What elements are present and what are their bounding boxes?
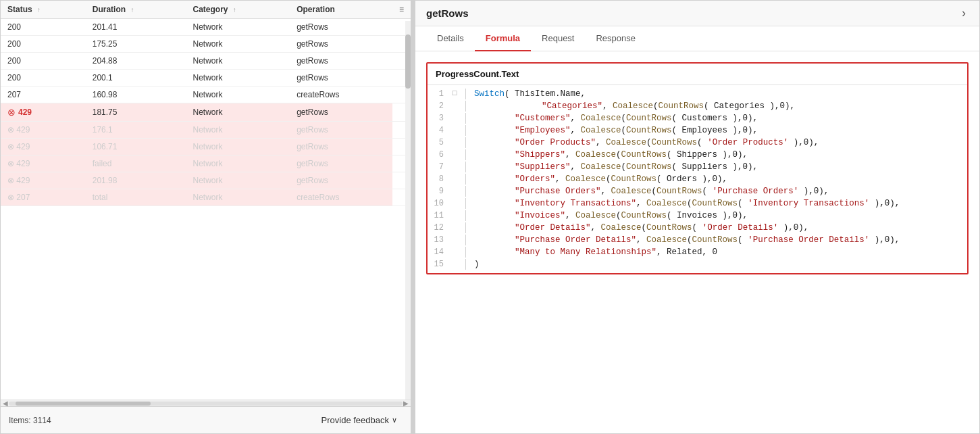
left-panel: Status ↑ Duration ↑ Category ↑ Operati [1,1,411,433]
table-row[interactable]: ⊗ 429 106.71 Network getRows [1,139,411,155]
code-line-8: 8 "Orders", Coalesce(CountRows( Orders )… [428,173,967,185]
code-line-12: 12 "Order Details", Coalesce(CountRows( … [428,222,967,234]
code-line-10: 10 "Inventory Transactions", Coalesce(Co… [428,197,967,210]
cell-duration: 204.88 [86,53,186,70]
table-row[interactable]: 207 160.98 Network createRows [1,87,411,103]
error-icon: ⊗ [7,107,16,118]
bottom-bar: Items: 3114 Provide feedback ∨ [1,406,411,433]
code-line-7: 7 "Suppliers", Coalesce(CountRows( Suppl… [428,161,967,173]
right-panel-title: getRows [426,7,469,19]
tab-request[interactable]: Request [531,26,585,51]
formula-box: ProgressCount.Text 1 □ Switch( ThisItem.… [426,62,969,274]
cell-status: 207 [1,87,86,103]
col-category[interactable]: Category ↑ [186,1,290,19]
code-line-4: 4 "Employees", Coalesce(CountRows( Emplo… [428,124,967,137]
code-line-14: 14 "Many to Many Relationships", Related… [428,246,967,258]
sort-icon-status: ↑ [37,6,41,14]
tabs-bar: Details Formula Request Response [415,26,979,51]
table-row[interactable]: 200 200.1 Network getRows [1,70,411,87]
cell-duration: 106.71 [86,139,186,155]
tab-formula[interactable]: Formula [475,26,531,51]
cell-status: 200 [1,19,86,36]
code-line-3: 3 "Customers", Coalesce(CountRows( Custo… [428,112,967,124]
code-line-9: 9 "Purchase Orders", Coalesce(CountRows(… [428,185,967,197]
cell-operation: getRows [290,172,392,189]
code-line-15: 15 ) [428,258,967,270]
cell-category: Network [186,87,290,103]
table-container: Status ↑ Duration ↑ Category ↑ Operati [1,1,411,400]
formula-container: ProgressCount.Text 1 □ Switch( ThisItem.… [415,51,979,433]
cell-duration: 201.98 [86,172,186,189]
tab-details[interactable]: Details [426,26,475,51]
vertical-scrollbar[interactable] [405,21,411,400]
cell-status: 200 [1,53,86,70]
cell-operation: getRows [290,36,392,53]
cell-duration: 176.1 [86,122,186,139]
cell-duration: 160.98 [86,87,186,103]
cell-category: Network [186,19,290,36]
tab-response[interactable]: Response [585,26,646,51]
cell-status: 200 [1,70,86,87]
col-status[interactable]: Status ↑ [1,1,86,19]
cell-operation: getRows [290,70,392,87]
data-table: Status ↑ Duration ↑ Category ↑ Operati [1,1,411,206]
cell-status: ⊗ 429 [1,172,86,189]
cell-duration: failed [86,155,186,172]
cell-operation: getRows [290,19,392,36]
cell-duration: 201.41 [86,19,186,36]
cell-operation: getRows [290,122,392,139]
code-line-1: 1 □ Switch( ThisItem.Name, [428,88,967,100]
cell-duration: 200.1 [86,70,186,87]
collapse-icon-1[interactable]: □ [449,89,460,97]
table-row[interactable]: 200 204.88 Network getRows [1,53,411,70]
table-header-row: Status ↑ Duration ↑ Category ↑ Operati [1,1,411,19]
cell-status: ⊗ 207 [1,189,86,206]
table-row[interactable]: ⊗ 429 failed Network getRows [1,155,411,172]
col-duration[interactable]: Duration ↑ [86,1,186,19]
cell-operation: getRows [290,139,392,155]
collapse-button[interactable]: › [959,6,969,20]
feedback-button[interactable]: Provide feedback ∨ [316,412,403,428]
col-operation[interactable]: Operation [290,1,392,19]
cell-operation: getRows [290,155,392,172]
cell-category: Network [186,155,290,172]
cell-duration: total [86,189,186,206]
table-row[interactable]: 200 175.25 Network getRows [1,36,411,53]
table-row[interactable]: ⊗ 429 201.98 Network getRows [1,172,411,189]
sort-icon-category: ↑ [233,6,236,14]
code-line-2: 2 "Categories", Coalesce(CountRows( Cate… [428,100,967,112]
cell-status: ⊗ 429 [1,103,86,122]
cell-category: Network [186,53,290,70]
cell-category: Network [186,172,290,189]
code-area: 1 □ Switch( ThisItem.Name, 2 "Categories… [428,85,967,273]
table-row[interactable]: 200 201.41 Network getRows [1,19,411,36]
cell-status: ⊗ 429 [1,139,86,155]
table-row[interactable]: ⊗ 429 176.1 Network getRows [1,122,411,139]
cell-duration: 181.75 [86,103,186,122]
cell-status: ⊗ 429 [1,122,86,139]
code-line-13: 13 "Purchase Order Details", Coalesce(Co… [428,234,967,246]
cell-status: ⊗ 429 [1,155,86,172]
formula-property-name: ProgressCount.Text [428,64,967,85]
cell-operation: createRows [290,189,392,206]
table-row-selected[interactable]: ⊗ 429 181.75 Network getRows [1,103,411,122]
cell-category: Network [186,139,290,155]
cell-status: 200 [1,36,86,53]
sort-icon-duration: ↑ [130,6,134,14]
cell-operation: createRows [290,87,392,103]
cell-category: Network [186,189,290,206]
col-filter[interactable]: ≡ [392,1,411,19]
chevron-down-icon: ∨ [392,416,397,425]
horizontal-scrollbar[interactable]: ◀ ▶ [1,400,411,406]
cell-duration: 175.25 [86,36,186,53]
scrollbar-h-track [9,402,403,406]
cell-operation: getRows [290,53,392,70]
scrollbar-h-thumb[interactable] [16,402,151,406]
right-panel-header: getRows › [415,1,979,26]
cell-category: Network [186,36,290,53]
scrollbar-thumb[interactable] [405,34,411,89]
table-row[interactable]: ⊗ 207 total Network createRows [1,189,411,206]
cell-category: Network [186,103,290,122]
items-count: Items: 3114 [9,416,51,425]
right-panel: getRows › Details Formula Request Respon… [415,1,979,433]
